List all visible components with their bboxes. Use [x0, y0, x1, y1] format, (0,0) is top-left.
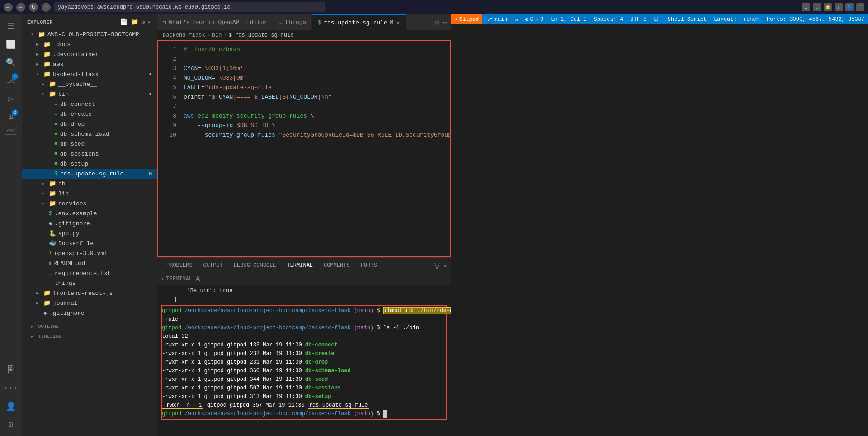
- code-editor[interactable]: 12345678910 #! /usr/bin/bash CYAN='\033[…: [157, 40, 451, 257]
- journal-icon: 📁: [43, 299, 51, 307]
- sidebar-item-db-create[interactable]: ≡ db-create: [22, 109, 157, 119]
- browser-icon-2[interactable]: □: [813, 3, 821, 11]
- panel-tab-debug[interactable]: DEBUG CONSOLE: [228, 258, 282, 274]
- sidebar-item-aws[interactable]: ▶ 📁 aws: [22, 59, 157, 69]
- db-sessions-label: db-sessions: [60, 151, 99, 157]
- tab-openapi[interactable]: ◻ What's new in OpenAPI Editor: [157, 14, 274, 30]
- status-branch[interactable]: ⎇ main: [482, 14, 511, 24]
- status-line-col[interactable]: Ln 1, Col 1: [547, 14, 590, 24]
- sidebar-item-openapi[interactable]: ! openapi-3.0.yml: [22, 248, 157, 258]
- sidebar-item-pycache[interactable]: ▶ 📁 __pycache__: [22, 79, 157, 89]
- new-folder-icon[interactable]: 📁: [131, 18, 139, 26]
- sidebar-item-rds-update[interactable]: $ rds-update-sg-rule M: [22, 169, 157, 179]
- panel-tab-problems[interactable]: PROBLEMS: [161, 258, 198, 274]
- extensions-badge: 2: [12, 109, 18, 116]
- status-layout[interactable]: Layout: French: [710, 14, 763, 24]
- sidebar-item-dockerfile[interactable]: 🐳 Dockerfile: [22, 238, 157, 248]
- sidebar-timeline-section[interactable]: ▶ TIMELINE: [22, 332, 157, 341]
- status-sync[interactable]: ↺: [511, 14, 521, 24]
- sidebar-item-frontend[interactable]: ▶ 📁 frontend-react-js: [22, 288, 157, 298]
- panel-tab-ports[interactable]: PORTS: [355, 258, 382, 274]
- panel-close-icon[interactable]: ✕: [443, 262, 447, 270]
- collapse-icon[interactable]: ⋯: [148, 18, 152, 26]
- activity-api-icon[interactable]: API: [5, 127, 17, 135]
- activity-database-icon[interactable]: 🗄: [3, 362, 19, 378]
- panel-tab-comments[interactable]: COMMENTS: [318, 258, 355, 274]
- sidebar-item-devcontainer[interactable]: ▶ 📁 .devcontainer: [22, 49, 157, 59]
- sidebar-item-db-drop[interactable]: ≡ db-drop: [22, 119, 157, 129]
- status-eol[interactable]: LF: [650, 14, 664, 24]
- main-layout: ☰ ⬜ 🔍 ⎇ 1 ▷ ⊞ 2 API 🗄 ··· 👤 ⚙ EXPLORER 📄…: [0, 14, 868, 436]
- sidebar-item-root-gitignore[interactable]: ◆ .gitignore: [22, 308, 157, 318]
- more-tabs-icon[interactable]: ⋯: [443, 18, 447, 27]
- panel-add-icon[interactable]: +: [427, 262, 431, 270]
- sidebar-item-db[interactable]: ▶ 📁 db: [22, 179, 157, 189]
- browser-icon-3[interactable]: ⭐: [824, 3, 832, 11]
- activity-settings-icon[interactable]: ⚙: [3, 416, 19, 432]
- sidebar-item-backend-flask[interactable]: ▾ 📁 backend-flask ●: [22, 69, 157, 79]
- refresh-icon[interactable]: ↺: [141, 18, 145, 26]
- sidebar-outline-section[interactable]: ▶ OUTLINE: [22, 322, 157, 332]
- activity-search-icon[interactable]: 🔍: [3, 54, 19, 71]
- split-editor-icon[interactable]: ⊡: [435, 18, 439, 27]
- sidebar-header-icons[interactable]: 📄 📁 ↺ ⋯: [120, 18, 152, 26]
- sidebar-item-bin[interactable]: ▾ 📁 bin ●: [22, 89, 157, 99]
- address-bar[interactable]: yaya2devops-awscloudpro-6su07hbqaiq.ws-e…: [54, 2, 326, 12]
- sidebar-item-gitignore-flask[interactable]: ◆ .gitignore: [22, 218, 157, 228]
- sidebar-item-env-example[interactable]: $ .env.example: [22, 209, 157, 218]
- browser-icon-4[interactable]: ↓: [835, 3, 843, 11]
- sidebar-item-db-seed[interactable]: ≡ db-seed: [22, 139, 157, 149]
- db-seed-icon: ≡: [54, 141, 58, 147]
- sidebar-item-project[interactable]: ▾ 📁 AWS-CLOUD-PROJECT-BOOTCAMP: [22, 29, 157, 39]
- nav-forward-button[interactable]: →: [16, 3, 25, 12]
- status-spaces[interactable]: Spaces: 4: [590, 14, 627, 24]
- sidebar-item-things[interactable]: ≡ things: [22, 278, 157, 288]
- nav-back-button[interactable]: ←: [4, 3, 13, 12]
- new-file-icon[interactable]: 📄: [120, 18, 128, 26]
- encoding-label: UTF-8: [630, 16, 646, 23]
- activity-run-icon[interactable]: ▷: [3, 90, 19, 107]
- activity-extensions-icon[interactable]: ⊞ 2: [3, 109, 19, 125]
- sidebar-item-lib[interactable]: ▶ 📁 lib: [22, 189, 157, 199]
- sidebar-item-requirements[interactable]: ≡ requirements.txt: [22, 268, 157, 278]
- status-errors[interactable]: ⊗ 0 ⚠ 0: [521, 14, 547, 24]
- sidebar-item-services[interactable]: ▶ 📁 services: [22, 199, 157, 209]
- panel-tab-output[interactable]: OUTPUT: [198, 258, 228, 274]
- terminal-area[interactable]: ▾ TERMINAL A "Return": true } gitpod /wo…: [157, 273, 451, 436]
- status-language[interactable]: Shell Script: [664, 14, 710, 24]
- activity-explorer-icon[interactable]: ⬜: [3, 36, 19, 52]
- nav-reload-button[interactable]: ↻: [29, 3, 38, 12]
- tab-rds[interactable]: $ rds-update-sg-rule M ✕: [312, 14, 406, 30]
- activity-avatar-icon[interactable]: 👤: [3, 398, 19, 414]
- sidebar-item-app-py[interactable]: 🐍 app.py: [22, 228, 157, 238]
- tab-rds-close[interactable]: ✕: [396, 19, 400, 27]
- activity-source-control-icon[interactable]: ⎇ 1: [3, 72, 19, 89]
- sidebar-item-journal[interactable]: ▶ 📁 journal: [22, 298, 157, 308]
- nav-home-button[interactable]: ⌂: [42, 3, 51, 12]
- browser-icon-6[interactable]: ⋮: [856, 3, 864, 11]
- openapi-icon: !: [49, 250, 52, 257]
- breadcrumb-part-bin[interactable]: bin: [212, 32, 222, 38]
- sidebar-item-db-setup[interactable]: ≡ db-setup: [22, 159, 157, 169]
- bin-icon: 📁: [49, 90, 56, 98]
- browser-icon-5[interactable]: 🔵: [845, 3, 854, 11]
- status-gitpod[interactable]: ⚡ Gitpod: [451, 14, 482, 24]
- panel-more-icon[interactable]: ⋁: [434, 262, 439, 270]
- tab-things[interactable]: ≡ things: [274, 14, 312, 30]
- browser-icon-1[interactable]: ⊞: [802, 3, 810, 11]
- breadcrumb-part-rds[interactable]: $ rds-update-sg-rule: [229, 32, 294, 38]
- activity-more-icon[interactable]: ···: [3, 380, 19, 396]
- activity-bar-bottom: 🗄 ··· 👤 ⚙: [3, 362, 19, 432]
- panel-tab-terminal[interactable]: TERMINAL: [281, 258, 318, 274]
- activity-menu-icon[interactable]: ☰: [3, 18, 19, 34]
- sidebar-item-docs[interactable]: ▶ 📁 _docs: [22, 39, 157, 49]
- sidebar-item-db-sessions[interactable]: ≡ db-sessions: [22, 149, 157, 159]
- status-encoding[interactable]: UTF-8: [627, 14, 650, 24]
- status-ports[interactable]: Ports: 3000, 4567, 5432, 35387: [763, 14, 868, 24]
- sidebar-item-db-schema-load[interactable]: ≡ db-schema-load: [22, 129, 157, 139]
- project-label: AWS-CLOUD-PROJECT-BOOTCAMP: [47, 31, 139, 38]
- sidebar-item-db-connect[interactable]: ≡ db-connect: [22, 99, 157, 109]
- breadcrumb-part-backend[interactable]: backend-flask: [163, 32, 205, 38]
- terminal-arrow-icon: ▾: [161, 276, 164, 283]
- sidebar-item-readme[interactable]: ℹ README.md: [22, 258, 157, 268]
